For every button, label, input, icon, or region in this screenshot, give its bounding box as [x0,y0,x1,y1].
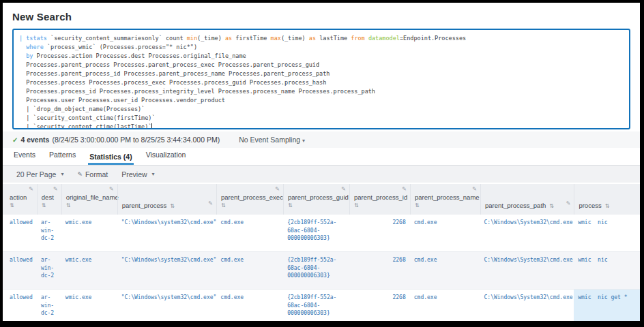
table-body: allowedar-win-dc-2wmic.exe"C:\Windows\sy… [3,215,640,327]
query-token: firstTime [232,35,270,42]
column-header-parent_process_id[interactable]: ✎parent_process_id⇅ [349,184,410,215]
search-query-input[interactable]: | tstats `security_content_summariesonly… [12,29,630,129]
edit-column-icon[interactable]: ✎ [109,186,114,192]
edit-column-icon[interactable]: ✎ [402,186,407,192]
cell-parent_process_path[interactable]: C:\Windows\System32\cmd.exe [480,215,574,251]
tab-patterns[interactable]: Patterns [48,151,77,165]
sort-icon[interactable]: ⇅ [66,202,113,208]
query-line: Processes.process_id Processes.process_i… [19,87,624,96]
cell-action[interactable]: allowed [3,215,37,251]
query-token: Processes.process Processes.process_exec… [19,79,326,86]
tab-visualization[interactable]: Visualization [145,151,188,165]
cell-dest[interactable]: ar-win-dc-2 [37,215,61,251]
query-token: `security_content_summariesonly` count [47,35,187,42]
cell-process[interactable]: wmic nic [574,252,640,289]
cell-parent_process[interactable]: "C:\Windows\system32\cmd.exe" [117,290,217,326]
sort-icon[interactable]: ⇅ [170,203,175,209]
edit-column-icon[interactable]: ✎ [53,186,58,192]
column-header-parent_process[interactable]: ✎parent_process⇅ [117,184,216,215]
results-tab-bar: EventsPatternsStatistics (4)Visualizatio… [3,148,640,166]
sort-icon[interactable]: ⇅ [221,202,279,208]
cell-original_file_name[interactable]: wmic.exe [61,290,117,326]
cell-parent_process_guid[interactable]: {2cb189ff-552a-68ac-6804-000000006303} [283,290,349,326]
time-range: (8/24/25 3:00:00.000 PM to 8/25/25 3:44:… [52,136,220,144]
cell-parent_process_name[interactable]: cmd.exe [410,290,480,326]
query-token: | `security_content_ctime(firstTime)` [19,114,156,121]
edit-column-icon[interactable]: ✎ [472,186,477,192]
sort-icon[interactable]: ⇅ [354,202,406,208]
cell-dest[interactable]: ar-win-dc-2 [37,290,61,326]
query-token: max [271,35,281,42]
sort-icon[interactable]: ⇅ [549,203,554,209]
cell-parent_process_id[interactable]: 2268 [349,215,410,251]
cell-original_file_name[interactable]: wmic.exe [61,252,117,289]
edit-column-icon[interactable]: ✎ [566,200,571,206]
edit-column-icon[interactable]: ✎ [341,186,346,192]
preview-dropdown[interactable]: Preview▾ [121,170,154,178]
sort-icon[interactable]: ⇅ [288,202,345,208]
pencil-icon: ✎ [77,171,83,178]
per-page-dropdown[interactable]: 20 Per Page▾ [16,170,63,178]
query-token: (_time) [197,35,225,42]
edit-column-icon[interactable]: ✎ [208,200,213,206]
chevron-down-icon: ▾ [61,171,63,177]
cell-parent_process_exec[interactable]: cmd.exe [216,215,283,251]
edit-column-icon[interactable]: ✎ [275,186,280,192]
query-token: =Endpoint.Processes [400,35,466,42]
cell-parent_process_name[interactable]: cmd.exe [410,252,480,289]
query-token: min [187,35,197,42]
table-row: allowedar-win-dc-2wmic.exe"C:\Windows\sy… [3,215,640,252]
cell-parent_process_id[interactable]: 2268 [349,252,410,289]
tab-statistics[interactable]: Statistics (4) [88,153,133,165]
cell-parent_process_exec[interactable]: cmd.exe [216,290,283,326]
column-label: dest [42,193,57,201]
cell-process[interactable]: wmic nic [574,215,640,251]
cell-parent_process_id[interactable]: 2268 [349,290,410,326]
cell-parent_process[interactable]: "C:\Windows\system32\cmd.exe" [117,252,217,289]
column-label: parent_process_guid [288,193,345,201]
cell-parent_process[interactable]: "C:\Windows\system32\cmd.exe" [117,215,217,251]
sort-icon[interactable]: ⇅ [415,202,476,208]
column-header-parent_process_exec[interactable]: ✎parent_process_exec⇅ [216,184,283,215]
format-button[interactable]: ✎Format [77,170,108,178]
chevron-down-icon: ▾ [302,138,305,144]
column-header-parent_process_name[interactable]: ✎parent_process_name⇅ [410,184,480,215]
column-header-process[interactable]: process⇅ [574,184,640,215]
cell-original_file_name[interactable]: wmic.exe [61,215,117,251]
query-line: | tstats `security_content_summariesonly… [19,34,624,43]
event-sampling-dropdown[interactable]: No Event Sampling▾ [239,136,305,144]
query-token: as [225,35,232,42]
cell-parent_process_guid[interactable]: {2cb189ff-552a-68ac-6804-000000006303} [283,252,349,289]
cell-process[interactable]: wmic nic get * [574,290,640,326]
query-line: | `security_content_ctime(lastTime)` [19,123,624,129]
cell-parent_process_guid[interactable]: {2cb189ff-552a-68ac-6804-000000006303} [283,215,349,251]
sort-icon[interactable]: ⇅ [605,203,610,209]
cell-action[interactable]: allowed [3,252,37,289]
column-label: parent_process_exec [221,193,279,201]
tab-events[interactable]: Events [12,151,37,165]
column-header-original_file_name[interactable]: ✎original_file_name⇅ [61,184,117,215]
query-token: as [309,35,316,42]
cell-dest[interactable]: ar-win-dc-2 [37,252,61,289]
column-header-action[interactable]: ✎action⇅ [3,184,37,215]
column-label: parent_process [122,202,166,209]
column-header-parent_process_guid[interactable]: ✎parent_process_guid⇅ [283,184,349,215]
column-header-dest[interactable]: ✎dest⇅ [37,184,61,215]
query-token: by [26,52,33,59]
cell-parent_process_name[interactable]: cmd.exe [410,215,480,251]
edit-column-icon[interactable]: ✎ [29,186,33,192]
cell-parent_process_path[interactable]: C:\Windows\System32\cmd.exe [480,290,574,326]
cell-parent_process_path[interactable]: C:\Windows\System32\cmd.exe [480,252,574,289]
column-header-parent_process_path[interactable]: ✎parent_process_path⇅ [480,184,574,215]
statistics-table: ✎action⇅✎dest⇅✎original_file_name⇅✎paren… [3,184,640,327]
cell-parent_process_exec[interactable]: cmd.exe [216,252,283,289]
sort-icon[interactable]: ⇅ [10,202,33,208]
cell-action[interactable]: allowed [3,290,37,326]
query-token: Processes.action Processes.dest Processe… [33,52,246,59]
query-line: Processes.parent_process Processes.paren… [19,61,624,69]
page-title: New Search [3,3,640,29]
column-label: parent_process_name [415,193,476,201]
sort-icon[interactable]: ⇅ [42,202,57,208]
query-token: Processes.parent_process Processes.paren… [19,61,319,68]
table-header-row: ✎action⇅✎dest⇅✎original_file_name⇅✎paren… [3,184,640,215]
